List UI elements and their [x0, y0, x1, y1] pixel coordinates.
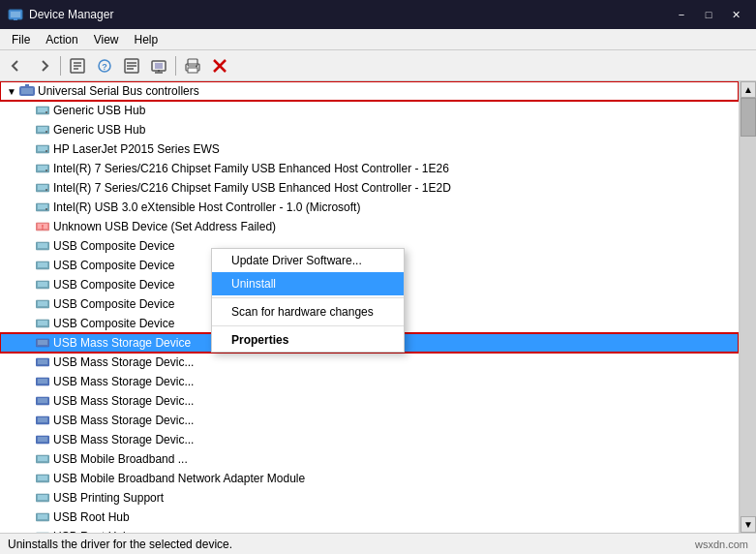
list-item[interactable]: ! Unknown USB Device (Set Address Failed… [0, 217, 739, 236]
svg-rect-75 [38, 495, 47, 500]
svg-point-32 [45, 131, 47, 133]
title-bar: Device Manager − □ ✕ [0, 0, 756, 29]
item-label: USB Mass Storage Device [53, 336, 191, 350]
item-label: USB Mass Storage Devic... [53, 414, 194, 427]
svg-rect-67 [38, 417, 47, 422]
device-icon [35, 141, 50, 157]
uninstall-button[interactable] [119, 53, 144, 78]
svg-rect-59 [38, 340, 47, 345]
context-menu-uninstall[interactable]: Uninstall [212, 272, 404, 295]
list-item[interactable]: USB Root Hub [0, 508, 739, 527]
device-icon [35, 296, 50, 312]
category-usb-controllers[interactable]: ▼ Universal Serial Bus controllers [0, 81, 739, 101]
svg-rect-17 [188, 59, 197, 66]
scroll-down-button[interactable]: ▼ [741, 516, 756, 533]
status-text: Uninstalls the driver for the selected d… [8, 538, 695, 551]
back-button[interactable] [4, 53, 29, 78]
svg-point-29 [45, 111, 47, 113]
list-item[interactable]: USB Mass Storage Devic... [0, 372, 739, 391]
show-props-button[interactable] [65, 53, 90, 78]
close-button[interactable]: ✕ [723, 3, 748, 26]
item-label: Generic USB Hub [53, 123, 145, 137]
device-icon [35, 451, 50, 467]
device-icon [35, 354, 50, 370]
svg-rect-63 [38, 379, 47, 384]
list-item[interactable]: HP LaserJet P2015 Series EWS [0, 139, 739, 159]
list-item[interactable]: USB Mobile Broadband ... [0, 449, 739, 469]
delete-button[interactable] [207, 53, 232, 78]
list-item[interactable]: USB Printing Support [0, 488, 739, 508]
svg-point-20 [196, 65, 197, 67]
device-icon [35, 238, 50, 254]
toolbar-separator-2 [175, 56, 176, 76]
menu-file[interactable]: File [4, 29, 38, 49]
expand-icon[interactable]: ▼ [4, 83, 19, 99]
svg-point-44 [45, 208, 47, 210]
list-item[interactable]: USB Mobile Broadband Network Adapter Mod… [0, 469, 739, 488]
list-item[interactable]: Generic USB Hub [0, 120, 739, 139]
svg-rect-71 [38, 456, 47, 461]
menu-action[interactable]: Action [38, 29, 85, 49]
list-item[interactable]: Intel(R) USB 3.0 eXtensible Host Control… [0, 198, 739, 217]
device-icon [35, 529, 50, 533]
device-icon [35, 490, 50, 506]
device-icon [35, 393, 50, 409]
svg-rect-65 [38, 398, 47, 403]
device-icon [35, 161, 50, 176]
svg-point-35 [45, 150, 47, 152]
context-menu-properties[interactable]: Properties [212, 328, 404, 352]
svg-rect-69 [38, 437, 47, 442]
list-item[interactable]: USB Mass Storage Devic... [0, 430, 739, 449]
svg-rect-57 [38, 321, 47, 325]
print-button[interactable] [180, 53, 205, 78]
svg-text:!: ! [42, 224, 44, 231]
menu-view[interactable]: View [86, 29, 127, 49]
window-controls: − □ ✕ [669, 3, 748, 26]
status-right: wsxdn.com [695, 539, 748, 550]
menu-help[interactable]: Help [127, 29, 166, 49]
svg-rect-2 [14, 18, 17, 20]
menu-bar: File Action View Help [0, 29, 756, 50]
list-item[interactable]: Intel(R) 7 Series/C216 Chipset Family US… [0, 178, 739, 198]
item-label: Unknown USB Device (Set Address Failed) [53, 220, 276, 233]
forward-button[interactable] [31, 53, 56, 78]
item-label: HP LaserJet P2015 Series EWS [53, 142, 220, 156]
main-area: ▼ Universal Serial Bus controllers Gener… [0, 81, 756, 533]
svg-rect-77 [38, 514, 47, 519]
list-item[interactable]: USB Mass Storage Devic... [0, 391, 739, 411]
device-icon [35, 200, 50, 215]
item-label: USB Printing Support [53, 491, 164, 505]
device-icon [35, 180, 50, 196]
status-bar: Uninstalls the driver for the selected d… [0, 533, 756, 554]
device-icon [35, 277, 50, 292]
device-icon [35, 258, 50, 273]
context-menu-update-driver[interactable]: Update Driver Software... [212, 249, 404, 272]
svg-rect-51 [38, 262, 47, 267]
context-menu-separator-2 [212, 325, 404, 326]
list-item[interactable]: Intel(R) 7 Series/C216 Chipset Family US… [0, 159, 739, 178]
item-label: USB Mass Storage Devic... [53, 355, 194, 369]
scan-changes-button[interactable] [146, 53, 171, 78]
device-icon [35, 374, 50, 389]
minimize-button[interactable]: − [669, 3, 694, 26]
device-icon [35, 432, 50, 447]
list-item[interactable]: USB Mass Storage Devic... [0, 353, 739, 372]
scrollbar[interactable]: ▲ ▼ [740, 81, 756, 533]
scrollbar-thumb[interactable] [741, 98, 756, 137]
item-label: USB Mass Storage Devic... [53, 375, 194, 388]
svg-rect-14 [155, 63, 163, 69]
context-menu-scan[interactable]: Scan for hardware changes [212, 300, 404, 323]
list-item[interactable]: Generic USB Hub [0, 101, 739, 120]
scrollbar-track[interactable] [741, 98, 756, 516]
window-title: Device Manager [29, 8, 669, 21]
item-label: USB Composite Device [53, 317, 174, 330]
update-driver-button[interactable]: ? [92, 53, 117, 78]
svg-rect-1 [11, 12, 20, 17]
toolbar: ? [0, 50, 756, 81]
context-menu: Update Driver Software... Uninstall Scan… [211, 248, 405, 353]
maximize-button[interactable]: □ [696, 3, 721, 26]
list-item[interactable]: USB Root Hub [0, 527, 739, 533]
svg-rect-26 [27, 84, 29, 87]
list-item[interactable]: USB Mass Storage Devic... [0, 411, 739, 430]
scroll-up-button[interactable]: ▲ [741, 81, 756, 98]
